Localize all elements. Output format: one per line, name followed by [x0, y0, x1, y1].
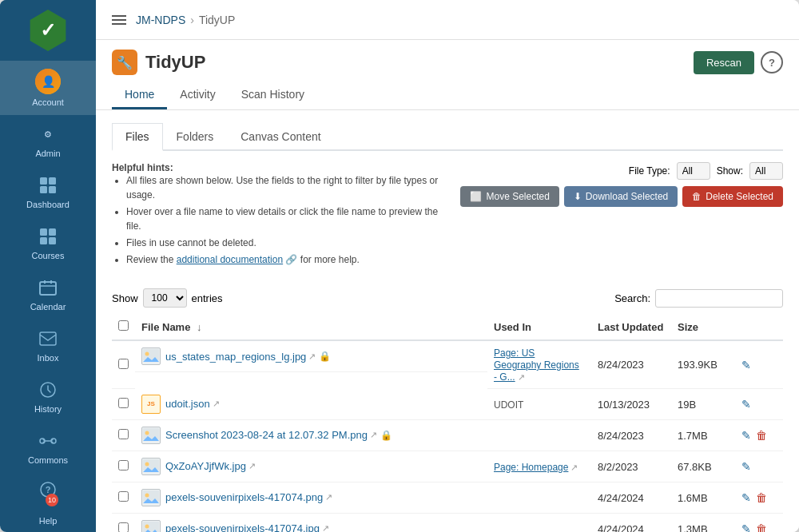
used-in-external-link-icon[interactable]: ↗ — [518, 372, 525, 382]
row-checkbox-cell — [112, 389, 135, 420]
sidebar-item-dashboard[interactable]: Dashboard — [0, 166, 96, 217]
logo-area: ✓ — [0, 0, 96, 61]
edit-button[interactable]: ✎ — [741, 359, 751, 371]
row-checkbox[interactable] — [118, 460, 129, 470]
sort-icon[interactable]: ↓ — [197, 321, 202, 333]
sidebar-item-calendar[interactable]: Calendar — [0, 268, 96, 320]
last-updated-cell: 8/24/2023 — [591, 420, 671, 451]
row-checkbox[interactable] — [118, 491, 129, 502]
edit-button[interactable]: ✎ — [741, 491, 751, 504]
delete-button[interactable]: 🗑 — [756, 522, 767, 532]
selected-action-buttons: ⬜ Move Selected ⬇ Download Selected 🗑 De… — [460, 186, 783, 207]
sidebar-item-courses[interactable]: Courses — [0, 217, 96, 268]
move-selected-button[interactable]: ⬜ Move Selected — [460, 186, 559, 207]
header-size: Size — [671, 314, 735, 340]
edit-button[interactable]: ✎ — [741, 398, 751, 411]
show-filter-select[interactable]: All — [749, 162, 783, 180]
svg-point-35 — [145, 524, 149, 528]
row-checkbox-cell — [112, 451, 135, 482]
row-checkbox[interactable] — [118, 522, 129, 532]
file-size-cell: 19B — [671, 389, 735, 420]
file-name-cell: Screenshot 2023-08-24 at 12.07.32 PM.png… — [135, 420, 487, 451]
file-name-link[interactable]: pexels-souvenirpixels-417074.jpg — [165, 522, 320, 532]
used-in-external-link-icon[interactable]: ↗ — [570, 463, 578, 472]
download-icon: ⬇ — [574, 191, 582, 202]
sub-tab-files[interactable]: Files — [112, 123, 163, 151]
table-row: pexels-souvenirpixels-417074.jpg↗4/24/20… — [112, 514, 783, 533]
sidebar-item-label: Calendar — [30, 302, 66, 312]
file-type-icon — [141, 519, 161, 533]
hamburger-menu-button[interactable] — [109, 12, 129, 28]
row-checkbox[interactable] — [118, 429, 129, 439]
file-name-link[interactable]: Screenshot 2023-08-24 at 12.07.32 PM.png — [165, 429, 368, 441]
row-checkbox[interactable] — [118, 398, 129, 408]
row-checkbox-cell — [112, 420, 135, 451]
rescan-button[interactable]: Rescan — [694, 51, 754, 74]
tab-home[interactable]: Home — [112, 81, 167, 109]
sidebar-item-label: Courses — [32, 251, 65, 260]
file-name-link[interactable]: udoit.json — [165, 398, 210, 410]
external-link-icon[interactable]: ↗ — [370, 430, 377, 440]
file-name-cell: pexels-souvenirpixels-417074.png↗ — [135, 482, 487, 514]
sidebar-item-label: Inbox — [38, 353, 59, 363]
edit-button[interactable]: ✎ — [741, 460, 751, 473]
select-all-checkbox[interactable] — [118, 320, 129, 331]
breadcrumb-current: TidyUP — [199, 14, 235, 26]
header-last-updated: Last Updated — [591, 314, 671, 340]
file-name-link[interactable]: us_states_map_regions_lg.jpg — [165, 351, 306, 363]
show-entries: Show 100 50 25 entries — [112, 288, 223, 308]
show-filter-label: Show: — [717, 165, 743, 177]
delete-selected-button[interactable]: 🗑 Delete Selected — [682, 186, 783, 207]
file-name-link[interactable]: QxZoAYJjfWk.jpg — [165, 460, 246, 472]
delete-button[interactable]: 🗑 — [756, 491, 767, 504]
external-link-icon[interactable]: ↗ — [308, 351, 316, 362]
last-updated-cell: 10/13/2023 — [591, 389, 671, 420]
file-name-link[interactable]: pexels-souvenirpixels-417074.png — [165, 491, 323, 503]
file-type-select[interactable]: All — [677, 162, 710, 180]
sidebar-item-label: Help — [39, 516, 58, 526]
row-action-buttons: ✎ — [741, 460, 777, 473]
download-selected-button[interactable]: ⬇ Download Selected — [564, 186, 678, 207]
app-header: 🔧 TidyUP Rescan ? Home Activity Scan His… — [96, 40, 799, 110]
sidebar-item-history[interactable]: History — [0, 371, 96, 422]
table-row: us_states_map_regions_lg.jpg↗🔒Page: US G… — [112, 340, 783, 389]
entries-label: entries — [192, 292, 223, 304]
sidebar-item-admin[interactable]: ⚙ Admin — [0, 115, 96, 166]
external-link-icon[interactable]: ↗ — [213, 399, 220, 409]
used-in-link[interactable]: Page: US Geography Regions - G... — [494, 347, 579, 383]
external-link-icon[interactable]: ↗ — [248, 461, 256, 471]
sidebar-item-account[interactable]: 👤 Account — [0, 61, 96, 115]
entries-search-row: Show 100 50 25 entries Search: — [112, 288, 783, 308]
external-link-icon[interactable]: ↗ — [325, 492, 332, 502]
svg-rect-1 — [49, 177, 56, 185]
show-label: Show — [112, 292, 138, 304]
doc-link[interactable]: additional documentation — [177, 254, 283, 265]
sidebar-item-inbox[interactable]: Inbox — [0, 320, 96, 371]
delete-button[interactable]: 🗑 — [756, 429, 767, 442]
search-input[interactable] — [655, 289, 783, 308]
header-used-in: Used In — [487, 314, 591, 340]
commons-icon — [37, 430, 59, 452]
entries-per-page-select[interactable]: 100 50 25 — [143, 288, 187, 308]
svg-rect-12 — [40, 332, 56, 345]
help-circle-button[interactable]: ? — [761, 51, 783, 73]
sub-tab-canvas-content[interactable]: Canvas Content — [227, 123, 334, 151]
help-badge: 10 — [46, 494, 58, 506]
external-link-icon[interactable]: ↗ — [322, 523, 329, 532]
admin-icon: ⚙ — [37, 123, 59, 145]
svg-rect-2 — [40, 186, 47, 193]
row-checkbox[interactable] — [118, 359, 129, 369]
used-in-link[interactable]: Page: Homepage — [494, 462, 568, 473]
sidebar-item-commons[interactable]: Commons — [0, 422, 96, 473]
logo-hexagon: ✓ — [27, 10, 69, 51]
tab-scan-history[interactable]: Scan History — [229, 81, 317, 109]
inbox-icon — [37, 328, 59, 350]
sub-tab-folders[interactable]: Folders — [163, 123, 228, 151]
breadcrumb-parent-link[interactable]: JM-NDPS — [136, 14, 185, 26]
used-in-cell — [487, 514, 591, 533]
edit-button[interactable]: ✎ — [741, 429, 751, 442]
tab-activity[interactable]: Activity — [167, 81, 228, 109]
sidebar-item-help[interactable]: ? 10 Help — [0, 473, 96, 532]
app-title-row: 🔧 TidyUP Rescan ? — [112, 50, 783, 75]
edit-button[interactable]: ✎ — [741, 522, 751, 532]
